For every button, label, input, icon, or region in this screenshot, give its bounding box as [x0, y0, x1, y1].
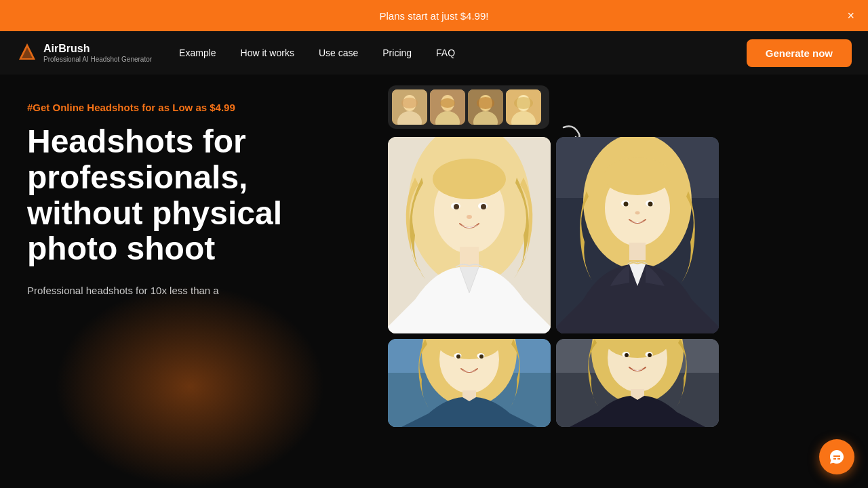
- hero-left-panel: #Get Online Headshots for as Low as $4.9…: [0, 75, 380, 488]
- svg-point-12: [477, 97, 494, 109]
- hero-right-panel: [380, 75, 868, 488]
- svg-rect-38: [629, 243, 646, 260]
- banner-close-button[interactable]: ×: [847, 9, 854, 23]
- svg-point-56: [625, 353, 629, 357]
- photo-card-4: [556, 339, 719, 427]
- svg-point-25: [481, 204, 486, 209]
- nav-link-faq[interactable]: FAQ: [436, 47, 455, 58]
- nav-links: Example How it works Use case Pricing FA…: [179, 47, 747, 58]
- svg-point-35: [624, 202, 629, 207]
- hero-description: Professional headshots for 10x less than…: [27, 283, 353, 299]
- svg-point-24: [454, 204, 459, 209]
- navbar: AirBrush Professional AI Headshot Genera…: [0, 31, 868, 75]
- svg-point-8: [440, 98, 455, 108]
- nav-link-use-case[interactable]: Use case: [319, 47, 358, 58]
- thumbnail-1[interactable]: [392, 89, 427, 125]
- svg-point-46: [456, 354, 460, 359]
- logo-icon: [16, 42, 38, 64]
- nav-link-example[interactable]: Example: [179, 47, 216, 58]
- hero-headline: Headshots for professionals, without phy…: [27, 124, 353, 267]
- svg-point-21: [433, 159, 506, 199]
- svg-point-26: [467, 215, 472, 219]
- generate-now-button[interactable]: Generate now: [747, 39, 852, 67]
- photo-card-2: [556, 137, 719, 333]
- photo-card-1: [388, 137, 551, 333]
- logo-subtitle: Professional AI Headshot Generator: [43, 56, 152, 64]
- logo: AirBrush Professional AI Headshot Genera…: [16, 42, 152, 64]
- svg-point-57: [648, 353, 652, 357]
- photo-card-3: [388, 339, 551, 427]
- banner-text: Plans start at just $4.99!: [380, 10, 489, 22]
- svg-point-4: [401, 98, 418, 108]
- svg-point-36: [648, 202, 653, 207]
- chat-bubble-button[interactable]: [819, 439, 854, 474]
- thumbnail-3[interactable]: [468, 89, 503, 125]
- nav-link-pricing[interactable]: Pricing: [382, 47, 412, 58]
- svg-point-37: [635, 211, 640, 215]
- thumbnail-strip: [388, 85, 549, 129]
- thumbnail-2[interactable]: [430, 89, 465, 125]
- svg-point-32: [604, 157, 671, 195]
- nav-link-how-it-works[interactable]: How it works: [241, 47, 294, 58]
- main-content: #Get Online Headshots for as Low as $4.9…: [0, 75, 868, 488]
- logo-title: AirBrush: [43, 42, 152, 55]
- hero-tagline: #Get Online Headshots for as Low as $4.9…: [27, 102, 353, 113]
- thumbnail-4[interactable]: [506, 89, 541, 125]
- svg-point-16: [514, 97, 533, 109]
- svg-point-47: [479, 354, 484, 359]
- logo-text: AirBrush Professional AI Headshot Genera…: [43, 42, 152, 63]
- promo-banner: Plans start at just $4.99! ×: [0, 0, 868, 31]
- photo-grid: [388, 137, 852, 427]
- chat-icon: [829, 449, 845, 465]
